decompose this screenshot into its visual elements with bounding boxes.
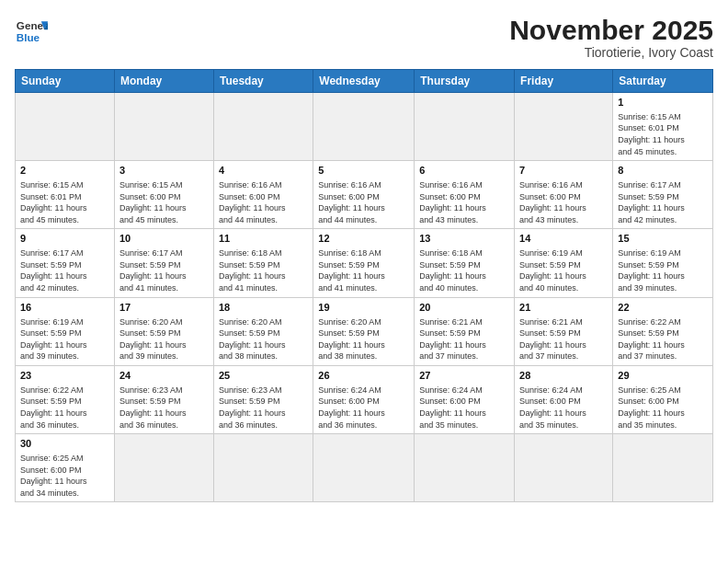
day-info: Sunrise: 6:16 AM Sunset: 6:00 PM Dayligh… <box>519 179 608 225</box>
title-block: November 2025 Tiorotierie, Ivory Coast <box>509 15 713 60</box>
calendar-cell-5-6 <box>613 434 713 502</box>
day-number: 20 <box>419 301 509 315</box>
day-number: 17 <box>119 301 209 315</box>
day-info: Sunrise: 6:20 AM Sunset: 5:59 PM Dayligh… <box>318 316 409 362</box>
calendar: SundayMondayTuesdayWednesdayThursdayFrid… <box>15 69 713 502</box>
day-info: Sunrise: 6:15 AM Sunset: 6:01 PM Dayligh… <box>20 179 109 225</box>
day-info: Sunrise: 6:25 AM Sunset: 6:00 PM Dayligh… <box>20 453 109 499</box>
day-info: Sunrise: 6:19 AM Sunset: 5:59 PM Dayligh… <box>519 247 608 293</box>
calendar-cell-2-5: 14Sunrise: 6:19 AM Sunset: 5:59 PM Dayli… <box>515 229 613 297</box>
calendar-cell-3-3: 19Sunrise: 6:20 AM Sunset: 5:59 PM Dayli… <box>313 297 415 365</box>
day-info: Sunrise: 6:17 AM Sunset: 5:59 PM Dayligh… <box>618 179 708 225</box>
calendar-cell-5-2 <box>213 434 313 502</box>
calendar-cell-1-2: 4Sunrise: 6:16 AM Sunset: 6:00 PM Daylig… <box>213 161 313 229</box>
week-row-3: 16Sunrise: 6:19 AM Sunset: 5:59 PM Dayli… <box>16 297 713 365</box>
day-number: 28 <box>519 369 608 383</box>
day-number: 30 <box>20 437 109 451</box>
calendar-cell-0-4 <box>415 93 515 161</box>
subtitle: Tiorotierie, Ivory Coast <box>509 45 713 60</box>
day-number: 1 <box>618 96 708 109</box>
day-number: 21 <box>519 301 608 315</box>
calendar-cell-5-4 <box>415 434 515 502</box>
calendar-cell-1-1: 3Sunrise: 6:15 AM Sunset: 6:00 PM Daylig… <box>114 161 213 229</box>
calendar-cell-3-5: 21Sunrise: 6:21 AM Sunset: 5:59 PM Dayli… <box>515 297 613 365</box>
day-info: Sunrise: 6:16 AM Sunset: 6:00 PM Dayligh… <box>219 179 308 225</box>
day-number: 16 <box>20 301 109 315</box>
calendar-cell-4-0: 23Sunrise: 6:22 AM Sunset: 5:59 PM Dayli… <box>16 365 115 433</box>
weekday-header-wednesday: Wednesday <box>313 70 415 93</box>
calendar-cell-1-5: 7Sunrise: 6:16 AM Sunset: 6:00 PM Daylig… <box>515 161 613 229</box>
page: General Blue November 2025 Tiorotierie, … <box>0 0 728 563</box>
day-number: 7 <box>519 164 608 178</box>
header: General Blue November 2025 Tiorotierie, … <box>15 15 713 60</box>
weekday-header-monday: Monday <box>114 70 213 93</box>
day-number: 13 <box>419 232 509 246</box>
weekday-header-thursday: Thursday <box>415 70 515 93</box>
day-info: Sunrise: 6:17 AM Sunset: 5:59 PM Dayligh… <box>20 247 109 293</box>
day-info: Sunrise: 6:24 AM Sunset: 6:00 PM Dayligh… <box>318 385 409 431</box>
weekday-header-tuesday: Tuesday <box>213 70 313 93</box>
day-number: 2 <box>20 164 109 178</box>
day-number: 22 <box>618 301 708 315</box>
day-number: 8 <box>618 164 708 178</box>
day-number: 6 <box>419 164 509 178</box>
day-info: Sunrise: 6:18 AM Sunset: 5:59 PM Dayligh… <box>318 247 409 293</box>
calendar-cell-2-6: 15Sunrise: 6:19 AM Sunset: 5:59 PM Dayli… <box>613 229 713 297</box>
weekday-header-row: SundayMondayTuesdayWednesdayThursdayFrid… <box>16 70 713 93</box>
week-row-0: 1Sunrise: 6:15 AM Sunset: 6:01 PM Daylig… <box>16 93 713 161</box>
day-info: Sunrise: 6:21 AM Sunset: 5:59 PM Dayligh… <box>519 316 608 362</box>
day-info: Sunrise: 6:16 AM Sunset: 6:00 PM Dayligh… <box>419 179 509 225</box>
calendar-cell-2-1: 10Sunrise: 6:17 AM Sunset: 5:59 PM Dayli… <box>114 229 213 297</box>
day-info: Sunrise: 6:21 AM Sunset: 5:59 PM Dayligh… <box>419 316 509 362</box>
calendar-cell-3-4: 20Sunrise: 6:21 AM Sunset: 5:59 PM Dayli… <box>415 297 515 365</box>
day-number: 29 <box>618 369 708 383</box>
day-info: Sunrise: 6:16 AM Sunset: 6:00 PM Dayligh… <box>318 179 409 225</box>
calendar-cell-3-6: 22Sunrise: 6:22 AM Sunset: 5:59 PM Dayli… <box>613 297 713 365</box>
weekday-header-sunday: Sunday <box>16 70 115 93</box>
week-row-1: 2Sunrise: 6:15 AM Sunset: 6:01 PM Daylig… <box>16 161 713 229</box>
calendar-cell-5-0: 30Sunrise: 6:25 AM Sunset: 6:00 PM Dayli… <box>16 434 115 502</box>
calendar-cell-4-5: 28Sunrise: 6:24 AM Sunset: 6:00 PM Dayli… <box>515 365 613 433</box>
day-info: Sunrise: 6:19 AM Sunset: 5:59 PM Dayligh… <box>20 316 109 362</box>
calendar-cell-5-5 <box>515 434 613 502</box>
calendar-cell-2-0: 9Sunrise: 6:17 AM Sunset: 5:59 PM Daylig… <box>16 229 115 297</box>
day-number: 10 <box>119 232 209 246</box>
day-number: 27 <box>419 369 509 383</box>
day-number: 5 <box>318 164 409 178</box>
calendar-cell-2-4: 13Sunrise: 6:18 AM Sunset: 5:59 PM Dayli… <box>415 229 515 297</box>
day-number: 26 <box>318 369 409 383</box>
day-info: Sunrise: 6:23 AM Sunset: 5:59 PM Dayligh… <box>219 385 308 431</box>
calendar-cell-2-2: 11Sunrise: 6:18 AM Sunset: 5:59 PM Dayli… <box>213 229 313 297</box>
day-number: 23 <box>20 369 109 383</box>
calendar-cell-3-1: 17Sunrise: 6:20 AM Sunset: 5:59 PM Dayli… <box>114 297 213 365</box>
svg-text:Blue: Blue <box>17 31 40 43</box>
calendar-cell-4-1: 24Sunrise: 6:23 AM Sunset: 5:59 PM Dayli… <box>114 365 213 433</box>
day-info: Sunrise: 6:15 AM Sunset: 6:01 PM Dayligh… <box>618 111 708 157</box>
calendar-cell-1-4: 6Sunrise: 6:16 AM Sunset: 6:00 PM Daylig… <box>415 161 515 229</box>
day-info: Sunrise: 6:22 AM Sunset: 5:59 PM Dayligh… <box>20 385 109 431</box>
day-info: Sunrise: 6:18 AM Sunset: 5:59 PM Dayligh… <box>419 247 509 293</box>
calendar-cell-0-2 <box>213 93 313 161</box>
calendar-cell-0-5 <box>515 93 613 161</box>
calendar-cell-1-0: 2Sunrise: 6:15 AM Sunset: 6:01 PM Daylig… <box>16 161 115 229</box>
week-row-5: 30Sunrise: 6:25 AM Sunset: 6:00 PM Dayli… <box>16 434 713 502</box>
calendar-cell-2-3: 12Sunrise: 6:18 AM Sunset: 5:59 PM Dayli… <box>313 229 415 297</box>
day-number: 9 <box>20 232 109 246</box>
day-info: Sunrise: 6:22 AM Sunset: 5:59 PM Dayligh… <box>618 316 708 362</box>
calendar-cell-4-6: 29Sunrise: 6:25 AM Sunset: 6:00 PM Dayli… <box>613 365 713 433</box>
day-info: Sunrise: 6:24 AM Sunset: 6:00 PM Dayligh… <box>519 385 608 431</box>
day-info: Sunrise: 6:15 AM Sunset: 6:00 PM Dayligh… <box>119 179 209 225</box>
day-info: Sunrise: 6:19 AM Sunset: 5:59 PM Dayligh… <box>618 247 708 293</box>
day-info: Sunrise: 6:17 AM Sunset: 5:59 PM Dayligh… <box>119 247 209 293</box>
day-number: 11 <box>219 232 308 246</box>
calendar-cell-3-0: 16Sunrise: 6:19 AM Sunset: 5:59 PM Dayli… <box>16 297 115 365</box>
calendar-cell-3-2: 18Sunrise: 6:20 AM Sunset: 5:59 PM Dayli… <box>213 297 313 365</box>
week-row-4: 23Sunrise: 6:22 AM Sunset: 5:59 PM Dayli… <box>16 365 713 433</box>
calendar-cell-4-4: 27Sunrise: 6:24 AM Sunset: 6:00 PM Dayli… <box>415 365 515 433</box>
day-number: 3 <box>119 164 209 178</box>
day-number: 15 <box>618 232 708 246</box>
calendar-cell-1-3: 5Sunrise: 6:16 AM Sunset: 6:00 PM Daylig… <box>313 161 415 229</box>
month-title: November 2025 <box>509 15 713 45</box>
day-number: 18 <box>219 301 308 315</box>
day-info: Sunrise: 6:20 AM Sunset: 5:59 PM Dayligh… <box>219 316 308 362</box>
